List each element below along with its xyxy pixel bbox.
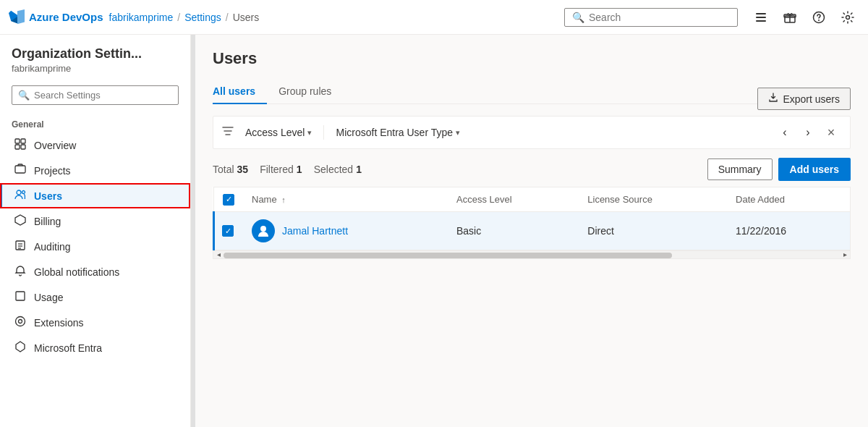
svg-point-22 — [19, 320, 22, 324]
breadcrumb-sep1: / — [177, 12, 180, 23]
sidebar-item-users[interactable]: Users — [0, 183, 190, 208]
name-column-label: Name — [252, 194, 277, 205]
svg-rect-11 — [21, 145, 25, 149]
page-title: Users — [213, 49, 851, 68]
filtered-label: Filtered — [260, 164, 294, 175]
filter-actions: ‹ › × — [775, 122, 841, 143]
selected-label: Selected — [314, 164, 353, 175]
license-source-cell: Direct — [579, 211, 727, 250]
usage-icon — [14, 290, 27, 304]
sidebar-subtitle: fabrikamprime — [12, 63, 179, 74]
table-header-license-source: License Source — [579, 187, 727, 212]
breadcrumb: fabrikamprime / Settings / Users — [109, 12, 260, 23]
tab-all-users[interactable]: All users — [213, 80, 267, 104]
stats-row: Total 35 Filtered 1 Selected 1 Summary A… — [213, 158, 851, 181]
table-header-checkbox: ✓ — [214, 187, 244, 212]
sidebar-header: Organization Settin... fabrikamprime — [0, 35, 190, 80]
sidebar: Organization Settin... fabrikamprime 🔍 G… — [0, 35, 191, 427]
add-users-button[interactable]: Add users — [778, 158, 851, 181]
svg-point-14 — [22, 191, 25, 194]
sidebar-item-extensions[interactable]: Extensions — [0, 310, 190, 335]
extensions-icon — [14, 316, 27, 329]
scroll-left-arrow[interactable]: ◂ — [213, 251, 224, 258]
access-level-chevron-icon: ▾ — [307, 128, 312, 138]
horizontal-scrollbar[interactable]: ◂ ▸ — [213, 250, 851, 259]
scroll-right-arrow[interactable]: ▸ — [840, 251, 850, 258]
export-users-button[interactable]: Export users — [757, 88, 851, 110]
row-checkbox[interactable]: ✓ — [222, 225, 234, 237]
overview-icon — [14, 138, 27, 152]
svg-rect-9 — [21, 139, 25, 143]
sidebar-item-overview-label: Overview — [34, 140, 76, 151]
total-label: Total — [213, 164, 234, 175]
gift-icon-btn[interactable] — [778, 6, 801, 29]
filtered-value: 1 — [297, 164, 302, 175]
search-input[interactable] — [589, 12, 730, 23]
microsoft-entra-icon — [14, 341, 27, 355]
access-level-filter[interactable]: Access Level ▾ — [242, 125, 315, 140]
settings-icon-btn[interactable] — [836, 6, 859, 29]
row-checkbox-cell[interactable]: ✓ — [214, 211, 244, 250]
entra-type-filter[interactable]: Microsoft Entra User Type ▾ — [333, 125, 463, 140]
sidebar-item-usage[interactable]: Usage — [0, 284, 190, 310]
filter-close-button[interactable]: × — [821, 122, 841, 143]
breadcrumb-sep2: / — [226, 12, 229, 23]
export-icon — [768, 93, 778, 105]
svg-rect-2 — [756, 20, 766, 22]
logo[interactable]: Azure DevOps — [9, 9, 103, 25]
sidebar-item-billing[interactable]: Billing — [0, 208, 190, 234]
breadcrumb-settings[interactable]: Settings — [184, 12, 221, 23]
summary-button[interactable]: Summary — [707, 158, 773, 180]
search-box[interactable]: 🔍 — [564, 8, 738, 27]
user-name-link[interactable]: Jamal Hartnett — [282, 225, 348, 237]
sort-asc-icon: ↑ — [281, 195, 286, 204]
export-users-label: Export users — [783, 93, 840, 105]
projects-icon — [14, 164, 27, 177]
sidebar-item-auditing[interactable]: Auditing — [0, 234, 190, 259]
sidebar-item-overview[interactable]: Overview — [0, 132, 190, 158]
notifications-icon — [14, 265, 27, 279]
list-icon-btn[interactable] — [749, 6, 773, 29]
total-value: 35 — [237, 164, 249, 175]
search-icon: 🔍 — [572, 12, 584, 23]
sidebar-item-extensions-label: Extensions — [34, 317, 83, 329]
selected-value: 1 — [356, 164, 362, 175]
sidebar-item-microsoft-entra-label: Microsoft Entra — [34, 342, 102, 354]
sidebar-item-microsoft-entra[interactable]: Microsoft Entra — [0, 335, 190, 360]
sidebar-item-projects-label: Projects — [34, 165, 71, 177]
sidebar-item-global-notifications[interactable]: Global notifications — [0, 259, 190, 284]
svg-rect-0 — [756, 13, 766, 14]
sidebar-section-general: General — [0, 114, 190, 132]
filter-divider — [323, 125, 324, 140]
access-level-label: Access Level — [245, 127, 305, 138]
svg-rect-12 — [15, 166, 25, 173]
users-icon — [14, 189, 27, 203]
table-header-name[interactable]: Name ↑ — [243, 187, 448, 212]
sidebar-search-box[interactable]: 🔍 — [12, 85, 179, 105]
scroll-thumb[interactable] — [224, 253, 672, 258]
svg-rect-10 — [15, 145, 20, 149]
tab-group-rules[interactable]: Group rules — [267, 80, 343, 104]
svg-rect-20 — [16, 292, 25, 300]
select-all-checkbox[interactable]: ✓ — [223, 194, 234, 206]
breadcrumb-org[interactable]: fabrikamprime — [109, 12, 174, 23]
svg-point-13 — [17, 190, 21, 195]
table-header-access-level: Access Level — [448, 187, 579, 212]
filter-next-button[interactable]: › — [798, 122, 818, 143]
svg-point-6 — [818, 20, 820, 21]
layout: Organization Settin... fabrikamprime 🔍 G… — [0, 35, 868, 427]
sidebar-item-users-label: Users — [34, 190, 62, 202]
filter-prev-button[interactable]: ‹ — [775, 122, 795, 143]
sidebar-search-input[interactable] — [34, 90, 172, 101]
sidebar-item-projects[interactable]: Projects — [0, 158, 190, 183]
help-icon-btn[interactable] — [807, 6, 830, 29]
entra-type-chevron-icon: ▾ — [456, 128, 460, 138]
sidebar-item-billing-label: Billing — [34, 216, 61, 227]
filter-bar: Access Level ▾ Microsoft Entra User Type… — [213, 116, 851, 149]
main-content: Users All users Group rules Export users… — [195, 35, 868, 427]
filter-icon — [222, 125, 234, 140]
billing-icon — [14, 214, 27, 228]
users-table-wrapper: ✓ Name ↑ Access Level License Source Dat… — [213, 187, 851, 259]
sidebar-item-auditing-label: Auditing — [34, 241, 71, 253]
auditing-icon — [14, 240, 27, 253]
